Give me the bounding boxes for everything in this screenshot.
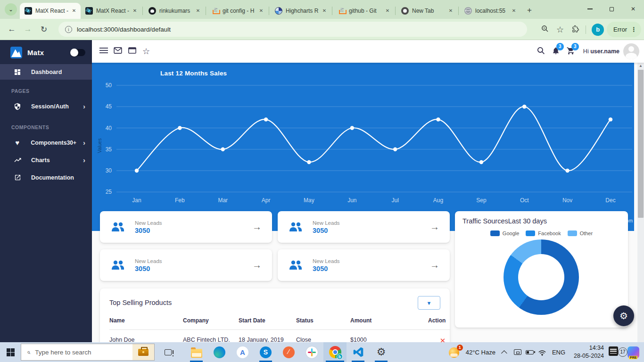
tab-search-caret-icon[interactable]: ⌄ — [5, 3, 17, 16]
chevron-right-icon: › — [83, 102, 85, 110]
dashboard-icon — [13, 68, 22, 76]
bookmark-star-icon[interactable]: ☆ — [553, 25, 568, 35]
browser-tab-newtab[interactable]: New Tab ✕ — [396, 3, 457, 19]
new-tab-button[interactable]: + — [527, 6, 532, 15]
user-avatar[interactable] — [623, 43, 639, 59]
cart-button[interactable]: 3 — [563, 46, 578, 57]
taskbar-chrome[interactable]: b — [323, 342, 347, 362]
new-leads-card-1[interactable]: New Leads 3050 → — [100, 211, 272, 243]
arrow-right-icon[interactable]: → — [430, 222, 439, 232]
wifi-icon[interactable] — [536, 349, 548, 356]
taskbar-settings[interactable]: ⚙ — [370, 342, 393, 362]
taskbar-app-a[interactable]: A — [231, 342, 254, 362]
copilot-icon[interactable]: PRE — [627, 346, 639, 358]
web-asset-icon[interactable] — [125, 47, 139, 56]
svg-text:Nov: Nov — [562, 197, 572, 204]
products-table: Name Company Start Date Status Amount Ac… — [109, 317, 440, 345]
tab-close-icon[interactable]: ✕ — [131, 7, 139, 15]
arrow-right-icon[interactable]: → — [252, 260, 262, 271]
scrollbar-thumb[interactable] — [638, 70, 644, 218]
search-icon[interactable] — [534, 47, 548, 57]
extensions-icon[interactable] — [568, 25, 583, 34]
browser-toolbar: ← → ↻ i localhost:3000/dashboard/default… — [0, 19, 644, 40]
window-close-button[interactable]: ✕ — [622, 0, 644, 18]
browser-tab-matx-2[interactable]: MatX React - ✕ — [81, 3, 141, 19]
taskbar-edge[interactable] — [208, 342, 231, 362]
new-leads-card-2[interactable]: New Leads 3050 → — [278, 211, 450, 243]
sidebar-item-components[interactable]: ♥ Components 30+ › — [0, 135, 92, 150]
sidebar-mode-toggle[interactable] — [70, 49, 85, 56]
taskbar-vscode[interactable] — [347, 342, 370, 362]
theme-settings-fab[interactable]: ⚙ — [613, 305, 634, 326]
people-group-icon — [288, 260, 305, 271]
tab-close-icon[interactable]: ✕ — [447, 7, 454, 15]
sales-line-chart: 253035404550JanFebMarAprMayJunJulAugSepO… — [92, 63, 634, 231]
tab-close-icon[interactable]: ✕ — [70, 7, 78, 15]
notifications-button[interactable]: 3 — [548, 46, 563, 57]
menu-hamburger-icon[interactable] — [97, 47, 111, 56]
taskbar-skype[interactable]: S — [254, 342, 277, 362]
taskbar-postman[interactable]: ⁄ — [277, 342, 300, 362]
people-group-icon — [110, 260, 127, 271]
react-favicon — [25, 7, 32, 15]
people-group-icon — [288, 222, 305, 233]
sidebar-item-dashboard[interactable]: Dashboard — [0, 64, 92, 80]
zoom-icon[interactable] — [537, 25, 553, 34]
browser-tab-matx-1[interactable]: MatX React - ✕ — [20, 3, 81, 19]
browser-tab-github-profile[interactable]: rinkukumars ✕ — [144, 3, 205, 19]
tab-close-icon[interactable]: ✕ — [384, 7, 391, 15]
tab-close-icon[interactable]: ✕ — [257, 7, 265, 15]
battery-icon[interactable] — [524, 350, 536, 354]
weather-text[interactable]: 42°C Haze — [466, 349, 495, 356]
browser-profile-avatar[interactable]: b — [592, 24, 604, 36]
scrollbar-up-arrow[interactable]: ▲ — [637, 63, 644, 69]
star-outline-icon[interactable]: ☆ — [139, 46, 153, 57]
postman-icon: ⁄ — [283, 346, 295, 358]
start-button[interactable] — [0, 348, 21, 356]
page-scrollbar[interactable]: ▲ — [637, 63, 644, 342]
window-minimize-button[interactable] — [579, 0, 601, 18]
arrow-right-icon[interactable]: → — [430, 260, 439, 271]
arrow-right-icon[interactable]: → — [252, 222, 262, 232]
sidebar-item-documentation[interactable]: Documentation — [0, 170, 92, 185]
new-leads-card-4[interactable]: New Leads 3050 → — [278, 249, 450, 281]
back-icon[interactable]: ← — [4, 25, 20, 34]
browser-tab-github-git[interactable]: github - Git ✕ — [333, 3, 394, 19]
window-restore-button[interactable] — [601, 0, 622, 18]
search-highlight-segment[interactable] — [132, 344, 154, 360]
tab-close-icon[interactable]: ✕ — [321, 7, 328, 15]
tab-close-icon[interactable]: ✕ — [510, 7, 518, 15]
reload-icon[interactable]: ↻ — [36, 25, 52, 34]
weather-widget[interactable]: 1 — [448, 346, 462, 359]
taskbar-file-explorer[interactable] — [185, 342, 208, 362]
sidebar-item-charts[interactable]: Charts › — [0, 152, 92, 168]
kebab-menu-icon[interactable]: ⋮ — [631, 26, 637, 33]
taskbar-slack[interactable] — [300, 342, 323, 362]
address-bar[interactable]: i localhost:3000/dashboard/default — [58, 22, 527, 37]
action-center-button[interactable]: 17 — [609, 345, 627, 359]
task-view-button[interactable] — [158, 349, 177, 355]
sidebar-section-pages: PAGES — [0, 80, 92, 97]
new-leads-card-3[interactable]: New Leads 3050 → — [100, 249, 272, 281]
forward-icon[interactable]: → — [20, 25, 36, 34]
taskbar-clock[interactable]: 14:34 28-05-2024 — [574, 344, 604, 360]
cast-device-icon[interactable] — [512, 349, 524, 355]
chrome-profile-badge: b — [337, 354, 343, 360]
table-menu-dropdown-button[interactable]: ▼ — [418, 296, 440, 310]
browser-tab-localhost[interactable]: localhost:55 ✕ — [460, 3, 520, 19]
sidebar-item-session-auth[interactable]: Session/Auth › — [0, 99, 92, 114]
svg-text:Jun: Jun — [347, 197, 356, 204]
error-menu-button[interactable]: Error ⋮ — [607, 22, 641, 37]
show-hidden-icons-chevron[interactable] — [499, 350, 512, 354]
browser-tab-highcharts[interactable]: Highcharts R ✕ — [270, 3, 331, 19]
browser-tab-gitconfig[interactable]: git config - H ✕ — [207, 3, 268, 19]
language-indicator[interactable]: ENG — [552, 349, 565, 356]
svg-text:Dec: Dec — [605, 197, 615, 204]
taskbar-search-box[interactable]: ⌕ Type here to search — [21, 344, 155, 361]
site-info-icon[interactable]: i — [65, 26, 72, 33]
tab-close-icon[interactable]: ✕ — [194, 7, 202, 15]
chevron-right-icon: › — [83, 139, 85, 147]
svg-text:Oct: Oct — [520, 197, 529, 204]
column-header: Action — [428, 317, 450, 330]
mail-icon[interactable] — [111, 47, 125, 56]
